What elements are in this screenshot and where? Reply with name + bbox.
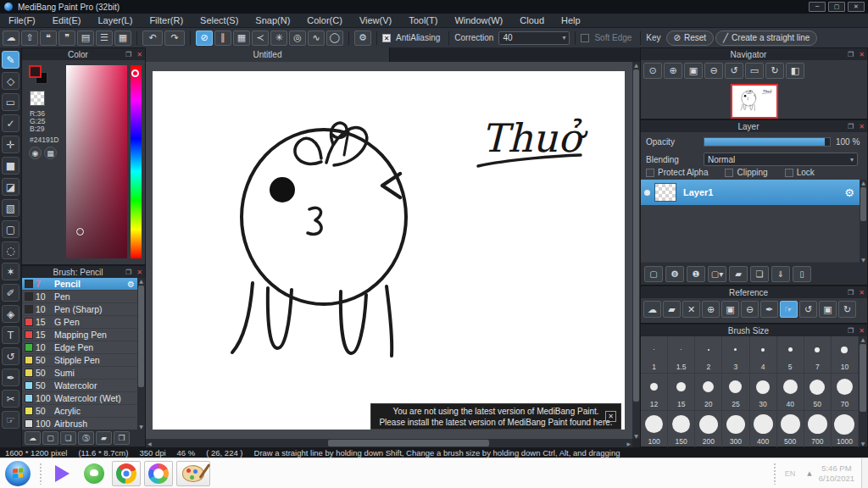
brush-size-cell[interactable]: 7 [804,336,832,374]
maximize-button[interactable]: ▢ [828,2,845,12]
ref-fit-button[interactable]: ▣ [721,301,739,318]
menu-item[interactable]: Color(C) [298,14,351,28]
fill-tool[interactable]: ■ [2,157,19,175]
brush-size-cell[interactable]: 2 [695,336,722,374]
chat-icon[interactable]: ❞ [58,30,75,46]
detach-icon[interactable]: ❐ [123,269,134,276]
comment-icon[interactable]: ❝ [40,30,57,46]
clock[interactable]: 5:46 PM 6/10/2021 [819,463,854,484]
clipping-checkbox[interactable] [725,169,733,177]
saturation-value-picker[interactable] [66,65,127,258]
layer-settings-gear-icon[interactable]: ⚙ [844,186,854,199]
brush-row[interactable]: 10 Pen ⚙ [22,291,137,303]
foreground-color-swatch[interactable] [29,65,42,78]
ref-reset-rotation-button[interactable]: ▣ [819,301,837,318]
gradient-tool[interactable]: ▧ [2,199,19,217]
menu-item[interactable]: Tool(T) [400,14,446,28]
brush-size-cell[interactable]: 1000 [832,411,859,448]
canvas[interactable]: Thuở [153,71,625,430]
zoom-actual-button[interactable]: ⊙ [643,63,662,79]
scroll-down-icon[interactable]: ▼ [861,441,865,446]
create-straight-line-button[interactable]: ╱ Create a straight line [715,30,817,46]
add-cloud-brush-button[interactable]: ☁ [25,431,41,445]
cloud-save-icon[interactable]: ☁ [3,30,19,46]
detach-icon[interactable]: ❐ [845,289,856,297]
show-desktop-button[interactable] [861,458,868,488]
menu-item[interactable]: Snap(N) [247,14,298,28]
move-tool[interactable]: ✛ [2,136,19,153]
brush-size-cell[interactable]: 1.5 [668,336,695,374]
brush-size-cell[interactable]: 1 [641,336,668,374]
brush-folder-button[interactable]: ▰ [96,431,112,445]
canvas-tab[interactable]: Untitled [146,47,390,62]
language-indicator[interactable]: EN [785,469,796,478]
ref-zoom-in-button[interactable]: ⊕ [702,301,720,318]
magic-wand-tool[interactable]: ✶ [2,263,19,280]
taskbar-item-chrome[interactable] [112,461,141,486]
scroll-down-icon[interactable]: ▼ [139,424,143,430]
zoom-in-button[interactable]: ⊕ [664,63,682,79]
soft-edge-checkbox[interactable] [581,34,589,42]
correction-dropdown[interactable]: 40 ▾ [498,31,570,45]
ref-open-button[interactable]: ▰ [663,301,681,318]
brush-row[interactable]: 15 G Pen ⚙ [22,316,137,329]
scroll-right-icon[interactable]: ▶ [626,441,631,446]
detach-icon[interactable]: ❐ [845,327,856,335]
scroll-left-icon[interactable]: ◀ [147,441,152,446]
brush-tool[interactable]: ✎ [2,51,19,69]
list-settings-icon[interactable]: ☰ [96,30,113,46]
brush-size-cell[interactable]: 150 [668,411,695,448]
notification-close-button[interactable]: ✕ [605,411,616,422]
brush-size-cell[interactable]: 30 [750,374,777,411]
hue-bar[interactable] [131,65,142,258]
scrollbar-thumb[interactable] [860,344,866,412]
close-icon[interactable]: ✕ [134,269,145,276]
brush-row[interactable]: 50 Acrylic ⚙ [22,405,137,418]
taskbar-item-coccoc[interactable] [80,461,108,486]
menu-item[interactable]: File(F) [0,14,44,28]
text-tool[interactable]: T [2,326,19,344]
operation-tool[interactable]: ↺ [2,347,19,365]
taskbar-item-medibang[interactable] [144,461,173,486]
brush-size-cell[interactable]: 5 [777,336,804,374]
menu-item[interactable]: Edit(E) [44,14,90,28]
transparent-color-swatch[interactable] [30,91,45,106]
brush-size-cell[interactable]: 25 [722,374,749,411]
brush-size-cell[interactable]: 10 [832,336,859,374]
snap-radial-button[interactable]: ✳ [270,30,287,46]
select-pen-tool[interactable]: ✐ [2,284,19,302]
menu-item[interactable]: View(V) [351,14,400,28]
brush-row[interactable]: 10 Edge Pen ⚙ [22,341,137,354]
brush-size-cell[interactable]: 40 [777,374,804,411]
brush-row[interactable]: 7 Pencil ⚙ [22,278,137,291]
ref-cloud-button[interactable]: ☁ [643,301,661,318]
scroll-down-icon[interactable]: ▼ [634,433,638,439]
scroll-up-icon[interactable]: ▲ [861,336,865,342]
scroll-down-icon[interactable]: ▼ [861,257,865,263]
brush-row[interactable]: 15 Mapping Pen ⚙ [22,329,137,341]
rotate-right-button[interactable]: ↻ [765,63,784,79]
brush-size-cell[interactable]: 200 [695,411,722,448]
layer-list-scrollbar[interactable]: ▲ ▼ [860,180,867,263]
ref-zoom-out-button[interactable]: ⊖ [741,301,759,318]
publish-icon[interactable]: ⇧ [21,30,38,46]
navigator-thumbnail[interactable] [731,84,778,119]
document-icon[interactable]: ▤ [77,30,94,46]
canvas-horizontal-scrollbar[interactable]: ◀ ▶ [146,439,632,447]
eyedropper-tool[interactable]: ✒ [2,369,19,386]
brush-size-cell[interactable]: 700 [804,411,832,448]
figure-tool[interactable]: ▭ [2,93,19,111]
minimize-button[interactable]: ─ [809,2,826,12]
lock-checkbox[interactable] [785,169,793,177]
taskbar-item-kmplayer[interactable] [47,461,76,486]
script-brush-button[interactable]: Ⓢ [78,431,94,445]
brush-size-cell[interactable]: 70 [832,374,859,411]
undo-button[interactable]: ↶ [142,30,163,46]
reset-button[interactable]: ⊘ Reset [666,30,715,46]
ref-rotate-left-button[interactable]: ↺ [799,301,817,318]
brush-settings-gear-icon[interactable]: ⚙ [127,280,135,289]
lasso-tool[interactable]: ◌ [2,241,19,259]
menu-item[interactable]: Window(W) [446,14,511,28]
duplicate-brush-button[interactable]: ❐ [114,431,130,445]
layer-visibility-dot[interactable] [644,190,650,196]
